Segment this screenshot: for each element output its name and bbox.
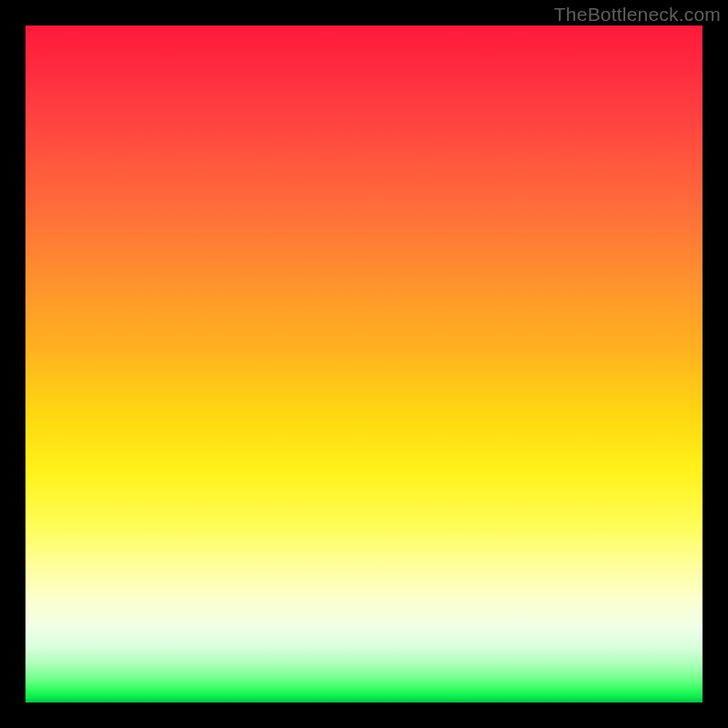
plot-area: [25, 25, 703, 703]
watermark-text: TheBottleneck.com: [554, 4, 721, 25]
gradient-background: [25, 25, 703, 703]
chart-frame: TheBottleneck.com: [0, 0, 728, 728]
